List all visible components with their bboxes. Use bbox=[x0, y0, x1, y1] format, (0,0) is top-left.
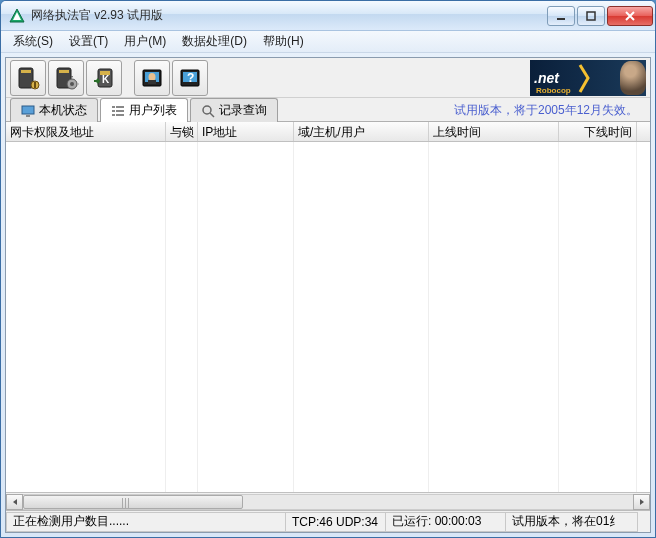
tab-label: 本机状态 bbox=[39, 102, 87, 119]
toolbar: K ? .net Robocop bbox=[6, 58, 650, 98]
horizontal-scrollbar[interactable] bbox=[6, 492, 650, 510]
search-icon bbox=[201, 104, 215, 118]
toolbar-btn-4[interactable] bbox=[134, 60, 170, 96]
tab-label: 用户列表 bbox=[129, 102, 177, 119]
window-title: 网络执法官 v2.93 试用版 bbox=[31, 7, 547, 24]
minimize-button[interactable] bbox=[547, 6, 575, 26]
logo-brand: .net bbox=[534, 70, 559, 86]
scroll-thumb[interactable] bbox=[23, 495, 243, 509]
col-nic-permission-address[interactable]: 网卡权限及地址 bbox=[6, 122, 166, 141]
close-button[interactable] bbox=[607, 6, 653, 26]
table-header: 网卡权限及地址 与锁 IP地址 域/主机/用户 上线时间 下线时间 bbox=[6, 122, 650, 142]
svg-point-11 bbox=[70, 82, 74, 86]
data-table: 网卡权限及地址 与锁 IP地址 域/主机/用户 上线时间 下线时间 bbox=[6, 122, 650, 510]
col-offline-time[interactable]: 下线时间 bbox=[559, 122, 637, 141]
svg-rect-24 bbox=[112, 106, 115, 108]
svg-rect-3 bbox=[587, 12, 595, 20]
svg-rect-9 bbox=[59, 70, 69, 73]
logo-face bbox=[620, 61, 646, 95]
svg-rect-27 bbox=[116, 106, 124, 108]
toolbar-btn-2[interactable] bbox=[48, 60, 84, 96]
titlebar[interactable]: 网络执法官 v2.93 试用版 bbox=[1, 1, 655, 31]
status-detecting: 正在检测用户数目...... bbox=[6, 512, 286, 532]
menu-settings[interactable]: 设置(T) bbox=[61, 31, 116, 52]
scroll-track[interactable] bbox=[23, 494, 633, 510]
svg-point-30 bbox=[203, 106, 211, 114]
app-window: 网络执法官 v2.93 试用版 系统(S) 设置(T) 用户(M) 数据处理(D… bbox=[0, 0, 656, 538]
menubar: 系统(S) 设置(T) 用户(M) 数据处理(D) 帮助(H) bbox=[1, 31, 655, 53]
toolbar-btn-1[interactable] bbox=[10, 60, 46, 96]
logo-sub: Robocop bbox=[536, 86, 571, 95]
svg-text:?: ? bbox=[187, 71, 194, 85]
list-icon bbox=[111, 104, 125, 118]
col-ip-address[interactable]: IP地址 bbox=[198, 122, 294, 141]
scroll-left-button[interactable] bbox=[6, 494, 23, 510]
svg-rect-29 bbox=[116, 114, 124, 116]
tab-label: 记录查询 bbox=[219, 102, 267, 119]
toolbar-btn-3[interactable]: K bbox=[86, 60, 122, 96]
svg-text:K: K bbox=[102, 74, 110, 85]
tab-bar: 本机状态 用户列表 记录查询 试用版本，将于2005年12月失效。 bbox=[6, 98, 650, 122]
svg-rect-7 bbox=[34, 82, 36, 88]
menu-help[interactable]: 帮助(H) bbox=[255, 31, 312, 52]
col-domain-host-user[interactable]: 域/主机/用户 bbox=[294, 122, 429, 141]
tab-log-query[interactable]: 记录查询 bbox=[190, 98, 278, 122]
col-online-time[interactable]: 上线时间 bbox=[429, 122, 559, 141]
status-bar: 正在检测用户数目...... TCP:46 UDP:34 已运行: 00:00:… bbox=[6, 510, 650, 532]
menu-data[interactable]: 数据处理(D) bbox=[174, 31, 255, 52]
menu-users[interactable]: 用户(M) bbox=[116, 31, 174, 52]
svg-rect-25 bbox=[112, 110, 115, 112]
maximize-button[interactable] bbox=[577, 6, 605, 26]
table-body[interactable] bbox=[6, 142, 650, 492]
svg-rect-5 bbox=[21, 70, 31, 73]
svg-rect-26 bbox=[112, 114, 115, 116]
svg-line-31 bbox=[210, 113, 214, 117]
tab-local-status[interactable]: 本机状态 bbox=[10, 98, 98, 122]
svg-rect-28 bbox=[116, 110, 124, 112]
status-tcp-udp: TCP:46 UDP:34 bbox=[286, 512, 386, 532]
brand-logo: .net Robocop bbox=[530, 60, 646, 96]
svg-rect-23 bbox=[26, 115, 30, 117]
content-frame: K ? .net Robocop bbox=[5, 57, 651, 533]
svg-rect-2 bbox=[557, 18, 565, 20]
status-runtime: 已运行: 00:00:03 bbox=[386, 512, 506, 532]
window-buttons bbox=[547, 6, 653, 26]
monitor-icon bbox=[21, 104, 35, 118]
tab-user-list[interactable]: 用户列表 bbox=[100, 98, 188, 122]
svg-rect-22 bbox=[22, 106, 34, 114]
scroll-right-button[interactable] bbox=[633, 494, 650, 510]
svg-point-17 bbox=[149, 73, 156, 81]
app-icon bbox=[9, 8, 25, 24]
svg-rect-18 bbox=[148, 80, 156, 84]
trial-notice: 试用版本，将于2005年12月失效。 bbox=[454, 102, 646, 121]
menu-system[interactable]: 系统(S) bbox=[5, 31, 61, 52]
toolbar-btn-5[interactable]: ? bbox=[172, 60, 208, 96]
status-trial: 试用版本，将在01纟 bbox=[506, 512, 638, 532]
col-lock[interactable]: 与锁 bbox=[166, 122, 198, 141]
